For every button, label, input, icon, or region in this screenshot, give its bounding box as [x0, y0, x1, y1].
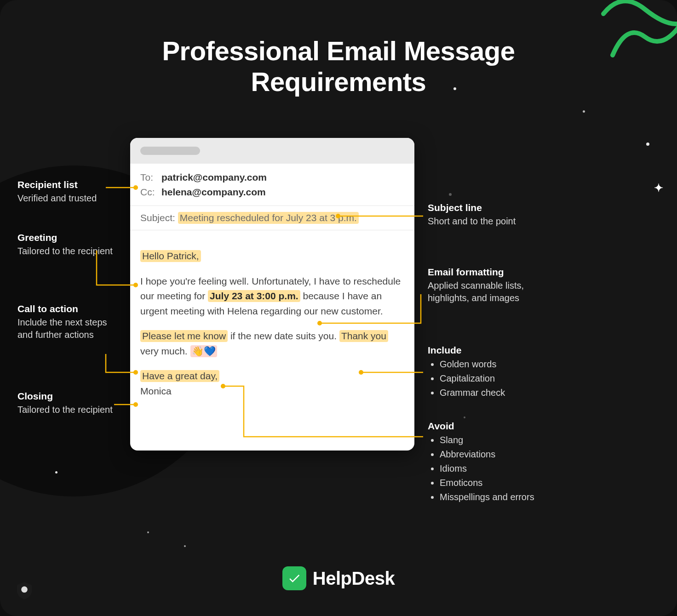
- closing-highlight: Have a great day,: [140, 370, 219, 382]
- annotation-call-to-action: Call to action Include the next steps an…: [17, 303, 119, 341]
- placeholder-pill: [140, 147, 200, 155]
- annotation-greeting: Greeting Tailored to the recipient: [17, 232, 119, 257]
- body-paragraph: I hope you're feeling well. Unfortunatel…: [140, 274, 404, 319]
- decorative-dot: [583, 110, 585, 113]
- greeting-text: Hello Patrick,: [140, 250, 201, 262]
- subject-value: Meeting rescheduled for July 23 at 3 p.m…: [178, 212, 359, 224]
- annotation-avoid: Avoid Slang Abbreviations Idioms Emotico…: [428, 421, 547, 505]
- to-row: To: patrick@company.com: [140, 170, 404, 185]
- decorative-plus-icon: ✦: [654, 182, 663, 194]
- cta-rest: if the new date suits you.: [228, 331, 339, 341]
- address-section: To: patrick@company.com Cc: helena@compa…: [130, 164, 414, 206]
- annotation-title: Recipient list: [17, 179, 119, 190]
- closing-name: Monica: [140, 386, 172, 396]
- page-title: Professional Email Message Requirements: [0, 36, 677, 97]
- infographic-canvas: ✦ Professional Email Message Requirement…: [0, 0, 677, 616]
- annotation-title: Subject line: [428, 202, 547, 213]
- annotation-include: Include Golden words Capitalization Gram…: [428, 345, 547, 400]
- decorative-dot: [464, 416, 465, 418]
- list-item: Idioms: [440, 462, 547, 475]
- annotation-desc: Short and to the point: [428, 215, 547, 228]
- title-line-2: Requirements: [251, 67, 426, 97]
- decorative-dot: [184, 545, 186, 547]
- list-item: Emoticons: [440, 476, 547, 490]
- very-much-text: very much.: [140, 346, 190, 356]
- title-line-1: Professional Email Message: [162, 36, 515, 66]
- annotation-title: Avoid: [428, 421, 547, 432]
- annotation-list: Slang Abbreviations Idioms Emoticons Mis…: [428, 433, 547, 504]
- decorative-dot: [55, 471, 57, 473]
- cta-highlight: Please let me know: [140, 330, 228, 342]
- card-header: [130, 138, 414, 164]
- annotation-desc: Verified and trusted: [17, 192, 119, 205]
- decorative-dot: [449, 193, 452, 196]
- cc-value: helena@company.com: [161, 185, 266, 200]
- decorative-dot: [646, 143, 649, 146]
- annotation-email-formatting: Email formatting Applied scannable lists…: [428, 267, 547, 304]
- annotation-desc: Tailored to the recipient: [17, 404, 119, 416]
- annotation-title: Call to action: [17, 303, 119, 314]
- closing-paragraph: Have a great day, Monica: [140, 369, 404, 399]
- email-compose-card: To: patrick@company.com Cc: helena@compa…: [130, 138, 414, 451]
- list-item: Capitalization: [440, 372, 547, 385]
- annotation-title: Email formatting: [428, 267, 547, 278]
- annotation-desc: Include the next steps and further actio…: [17, 316, 119, 341]
- annotation-desc: Applied scannable lists, highlights, and…: [428, 279, 547, 304]
- annotation-desc: Tailored to the recipient: [17, 245, 119, 257]
- subject-section: Subject: Meeting rescheduled for July 23…: [130, 206, 414, 230]
- body-date-highlight: July 23 at 3:00 p.m.: [208, 290, 300, 302]
- list-item: Golden words: [440, 358, 547, 371]
- annotation-closing: Closing Tailored to the recipient: [17, 391, 119, 416]
- cc-row: Cc: helena@company.com: [140, 185, 404, 200]
- brand-name: HelpDesk: [313, 568, 395, 589]
- annotation-title: Include: [428, 345, 547, 356]
- emoji-highlight: 👋💙: [190, 345, 217, 357]
- thank-you-highlight: Thank you: [339, 330, 388, 342]
- email-body: Hello Patrick, I hope you're feeling wel…: [130, 230, 414, 409]
- subject-label: Subject:: [140, 212, 175, 223]
- decorative-dot: [147, 531, 149, 533]
- to-value: patrick@company.com: [161, 170, 267, 185]
- brand-logo: HelpDesk: [0, 566, 677, 590]
- brand-mark-icon: [282, 566, 306, 590]
- to-label: To:: [140, 170, 156, 185]
- cc-label: Cc:: [140, 185, 156, 200]
- annotation-title: Greeting: [17, 232, 119, 243]
- annotation-title: Closing: [17, 391, 119, 402]
- annotation-subject-line: Subject line Short and to the point: [428, 202, 547, 228]
- list-item: Slang: [440, 433, 547, 447]
- list-item: Grammar check: [440, 386, 547, 399]
- annotation-recipient-list: Recipient list Verified and trusted: [17, 179, 119, 205]
- annotation-list: Golden words Capitalization Grammar chec…: [428, 358, 547, 399]
- list-item: Misspellings and errors: [440, 491, 547, 504]
- cta-paragraph: Please let me know if the new date suits…: [140, 329, 404, 359]
- list-item: Abbreviations: [440, 448, 547, 461]
